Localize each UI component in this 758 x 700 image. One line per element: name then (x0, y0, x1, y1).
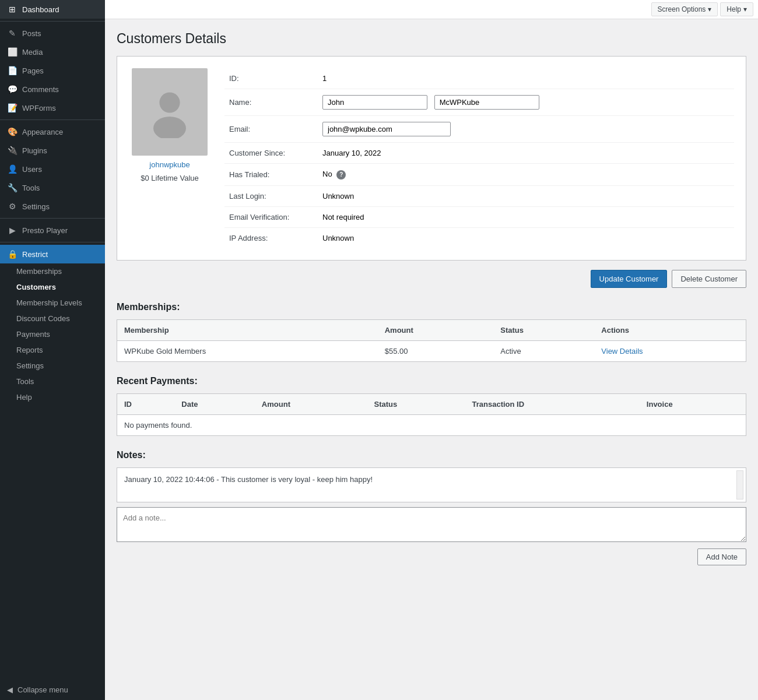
pages-icon: 📄 (7, 66, 17, 75)
membership-status: Active (493, 340, 594, 361)
sidebar-item-presto-player[interactable]: ▶ Presto Player (0, 221, 105, 240)
col-id: ID (117, 393, 175, 414)
info-value-name (318, 89, 734, 116)
sidebar-sub-customers[interactable]: Customers (0, 279, 105, 295)
sidebar-sub-membership-levels[interactable]: Membership Levels (0, 295, 105, 311)
info-row-trialed: Has Trialed: No ? (224, 164, 734, 186)
sidebar: ⊞ Dashboard ✎ Posts ⬜ Media 📄 Pages 💬 Co… (0, 0, 105, 700)
plugins-icon: 🔌 (7, 146, 17, 155)
chevron-down-icon-help: ▾ (743, 5, 747, 13)
sidebar-item-dashboard[interactable]: ⊞ Dashboard (0, 0, 105, 19)
info-label-name: Name: (224, 89, 318, 116)
avatar (132, 68, 208, 156)
membership-row: WPKube Gold Members $55.00 Active View D… (117, 340, 746, 361)
sidebar-item-appearance[interactable]: 🎨 Appearance (0, 122, 105, 141)
info-row-ip: IP Address: Unknown (224, 227, 734, 248)
info-label-since: Customer Since: (224, 143, 318, 164)
collapse-icon: ◀ (7, 685, 13, 694)
sidebar-item-restrict[interactable]: 🔒 Restrict (0, 245, 105, 263)
info-value-ip: Unknown (318, 227, 734, 248)
sidebar-sub-discount-codes[interactable]: Discount Codes (0, 311, 105, 326)
membership-action: View Details (594, 340, 746, 361)
main-content: Screen Options ▾ Help ▾ Customers Detail… (105, 0, 758, 700)
sidebar-item-users[interactable]: 👤 Users (0, 160, 105, 178)
sidebar-sub-payments[interactable]: Payments (0, 326, 105, 342)
memberships-table: Membership Amount Status Actions WPKube … (117, 319, 746, 362)
sidebar-item-media[interactable]: ⬜ Media (0, 43, 105, 61)
no-payments-text: No payments found. (117, 414, 746, 435)
info-row-email: Email: (224, 116, 734, 143)
col-date: Date (174, 393, 255, 414)
restrict-icon: 🔒 (7, 249, 17, 259)
sidebar-item-settings[interactable]: ⚙ Settings (0, 197, 105, 216)
help-trialed-icon[interactable]: ? (336, 170, 346, 180)
email-input[interactable] (322, 122, 451, 136)
info-value-since: January 10, 2022 (318, 143, 734, 164)
sidebar-sub-help[interactable]: Help (0, 389, 105, 405)
info-label-id: ID: (224, 68, 318, 89)
info-row-id: ID: 1 (224, 68, 734, 89)
sidebar-item-tools[interactable]: 🔧 Tools (0, 178, 105, 197)
tools-icon: 🔧 (7, 183, 17, 192)
appearance-icon: 🎨 (7, 127, 17, 136)
memberships-section: Memberships: Membership Amount Status Ac… (117, 302, 746, 362)
info-label-trialed: Has Trialed: (224, 164, 318, 186)
customer-card: johnwpkube $0 Lifetime Value ID: 1 Name: (117, 56, 746, 261)
sidebar-sub-settings[interactable]: Settings (0, 358, 105, 374)
sidebar-item-pages[interactable]: 📄 Pages (0, 61, 105, 80)
info-value-id: 1 (318, 68, 734, 89)
page-title: Customers Details (117, 31, 746, 47)
col-invoice: Invoice (640, 393, 746, 414)
update-customer-button[interactable]: Update Customer (591, 270, 668, 288)
customer-info-table: ID: 1 Name: Email: (224, 68, 734, 248)
notes-scrollbar[interactable] (736, 470, 743, 500)
customer-info: ID: 1 Name: Email: (224, 68, 734, 248)
chevron-down-icon: ▾ (708, 5, 711, 13)
info-row-email-verification: Email Verification: Not required (224, 206, 734, 227)
first-name-input[interactable] (322, 95, 427, 110)
info-label-email: Email: (224, 116, 318, 143)
membership-amount: $55.00 (378, 340, 494, 361)
info-value-email-verification: Not required (318, 206, 734, 227)
comments-icon: 💬 (7, 85, 17, 94)
col-amount: Amount (378, 319, 494, 340)
notes-textarea[interactable] (117, 507, 746, 542)
col-pay-amount: Amount (255, 393, 367, 414)
info-value-email (318, 116, 734, 143)
sidebar-item-wpforms[interactable]: 📝 WPForms (0, 99, 105, 117)
col-status: Status (493, 319, 594, 340)
screen-options-button[interactable]: Screen Options ▾ (651, 2, 718, 16)
sidebar-item-plugins[interactable]: 🔌 Plugins (0, 141, 105, 160)
view-details-link[interactable]: View Details (601, 347, 643, 356)
media-icon: ⬜ (7, 47, 17, 57)
info-label-email-verification: Email Verification: (224, 206, 318, 227)
collapse-menu-button[interactable]: ◀ Collapse menu (0, 680, 105, 700)
sidebar-sub-reports[interactable]: Reports (0, 342, 105, 358)
sidebar-sub-memberships[interactable]: Memberships (0, 263, 105, 279)
notes-display: January 10, 2022 10:44:06 - This custome… (117, 467, 746, 502)
notes-existing-text: January 10, 2022 10:44:06 - This custome… (124, 475, 373, 484)
col-transaction-id: Transaction ID (465, 393, 640, 414)
svg-point-1 (153, 117, 186, 138)
info-row-name: Name: (224, 89, 734, 116)
dashboard-icon: ⊞ (7, 5, 17, 14)
avatar-username[interactable]: johnwpkube (149, 160, 190, 169)
sidebar-item-comments[interactable]: 💬 Comments (0, 80, 105, 99)
help-button[interactable]: Help ▾ (720, 2, 753, 16)
last-name-input[interactable] (434, 95, 539, 110)
info-value-trialed: No ? (318, 164, 734, 186)
delete-customer-button[interactable]: Delete Customer (672, 270, 746, 288)
add-note-button[interactable]: Add Note (697, 548, 746, 565)
no-payments-row: No payments found. (117, 414, 746, 435)
info-value-last-login: Unknown (318, 185, 734, 206)
settings-icon: ⚙ (7, 202, 17, 211)
col-pay-status: Status (367, 393, 465, 414)
payments-section: Recent Payments: ID Date Amount Status T… (117, 376, 746, 436)
sidebar-item-posts[interactable]: ✎ Posts (0, 24, 105, 43)
sidebar-sub-tools[interactable]: Tools (0, 374, 105, 389)
svg-point-0 (159, 92, 180, 112)
payments-title: Recent Payments: (117, 376, 746, 386)
topbar: Screen Options ▾ Help ▾ (105, 0, 758, 19)
membership-name: WPKube Gold Members (117, 340, 378, 361)
info-row-last-login: Last Login: Unknown (224, 185, 734, 206)
